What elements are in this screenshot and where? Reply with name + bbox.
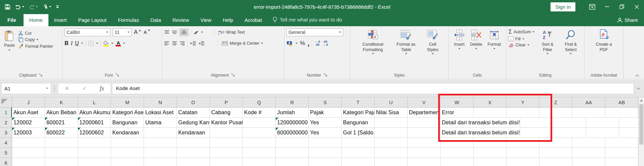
formula-input[interactable] (113, 83, 634, 94)
cell-Q3[interactable] (243, 128, 276, 138)
tab-view[interactable]: View (195, 14, 217, 26)
clipboard-dialog-launcher[interactable] (39, 73, 43, 77)
undo-button[interactable] (15, 4, 24, 9)
column-header-U[interactable]: U (375, 97, 408, 108)
font-color-button[interactable]: A (116, 41, 121, 46)
cell-J6[interactable] (12, 158, 45, 166)
merge-center-button[interactable]: Merge & Center (222, 41, 263, 46)
cell-K4[interactable] (45, 138, 78, 148)
cell-L1[interactable]: Akun Akumulasi (78, 108, 111, 118)
cut-button[interactable]: Cut (18, 31, 53, 36)
cell-S1[interactable]: Pajak (309, 108, 342, 118)
cell-T1[interactable]: Kategori Pajak (342, 108, 375, 118)
enter-entry-button[interactable]: ✓ (76, 85, 93, 92)
cell-N4[interactable] (144, 138, 177, 148)
cell-S3[interactable]: Yes (309, 128, 342, 138)
column-header-K[interactable]: K (45, 97, 78, 108)
cell-Q4[interactable] (243, 138, 276, 148)
create-pdf-button[interactable]: Create a PDF (592, 28, 616, 71)
cell-K1[interactable]: Akun Beban (45, 108, 78, 118)
cell-Z2[interactable] (586, 118, 619, 128)
column-header-X[interactable]: X (473, 97, 506, 108)
collapse-ribbon-button[interactable] (635, 74, 639, 77)
vertical-scrollbar[interactable] (638, 97, 644, 166)
cell-L2[interactable]: 12000601 (78, 118, 111, 128)
cell-V6[interactable] (408, 158, 441, 166)
row-header-5[interactable]: 5 (0, 148, 12, 158)
cell-Z3[interactable] (586, 128, 619, 138)
cell-R1[interactable]: Jumlah (276, 108, 309, 118)
cell-S2[interactable]: Yes (309, 118, 342, 128)
paste-button[interactable]: Paste (2, 28, 17, 71)
restore-button[interactable] (614, 0, 629, 13)
orientation-button[interactable] (193, 30, 199, 35)
column-header-S[interactable]: S (309, 97, 342, 108)
cell-R4[interactable] (276, 138, 309, 148)
cell-M3[interactable]: Kendaraan (111, 128, 144, 138)
column-header-P[interactable]: P (210, 97, 243, 108)
expand-formula-bar-button[interactable] (634, 87, 643, 90)
column-header-R[interactable]: R (276, 97, 309, 108)
alignment-dialog-launcher[interactable] (231, 73, 235, 77)
cell-AA5[interactable] (572, 148, 605, 158)
cell-N3[interactable] (144, 128, 177, 138)
cell-X5[interactable] (473, 148, 506, 158)
number-dialog-launcher[interactable] (324, 73, 328, 77)
cell-T3[interactable]: Gol 1 [Saldo (342, 128, 375, 138)
minimize-button[interactable] (600, 0, 614, 13)
cell-N5[interactable] (144, 148, 177, 158)
cell-X6[interactable] (473, 158, 506, 166)
column-header-L[interactable]: L (78, 97, 111, 108)
cell-U6[interactable] (375, 158, 408, 166)
cell-J1[interactable]: Akun Aset (12, 108, 45, 118)
wrap-text-button[interactable]: abc Wrap Text (218, 30, 245, 35)
conditional-formatting-button[interactable]: ≠ Conditional Formatting (355, 28, 390, 71)
number-format-combo[interactable]: General (287, 28, 343, 36)
cell-N1[interactable]: Lokasi Aset (144, 108, 177, 118)
percent-style-button[interactable]: % (300, 40, 305, 47)
fill-button[interactable]: ↓ Fill (508, 36, 534, 41)
cell-P1[interactable]: Cabang (210, 108, 243, 118)
cell-Y6[interactable] (506, 158, 539, 166)
column-header-M[interactable]: M (111, 97, 144, 108)
italic-button[interactable]: I (71, 40, 73, 46)
decrease-font-size-button[interactable]: A▼ (144, 30, 150, 35)
cell-M2[interactable]: Bangunan (111, 118, 144, 128)
row-header-1[interactable]: 1 (0, 108, 12, 118)
cell-Z4[interactable] (539, 138, 572, 148)
cell-Y5[interactable] (506, 148, 539, 158)
cell-M5[interactable] (111, 148, 144, 158)
cell-AA6[interactable] (572, 158, 605, 166)
cell-W5[interactable] (441, 148, 473, 158)
cell-R2[interactable]: 1200000000 (276, 118, 309, 128)
cell-AA2[interactable] (619, 118, 638, 128)
column-header-V[interactable]: V (408, 97, 441, 108)
cell-S6[interactable] (309, 158, 342, 166)
cell-P3[interactable] (210, 128, 243, 138)
clear-button[interactable]: Clear (508, 43, 534, 47)
cell-O4[interactable] (177, 138, 210, 148)
cell-K5[interactable] (45, 148, 78, 158)
ribbon-display-options-button[interactable] (585, 0, 600, 13)
save-button[interactable] (5, 4, 10, 10)
row-header-4[interactable]: 4 (0, 138, 12, 148)
cell-T6[interactable] (342, 158, 375, 166)
cell-U4[interactable] (375, 138, 408, 148)
select-all-button[interactable] (0, 97, 12, 108)
cell-Y2[interactable] (553, 118, 586, 128)
cell-W1[interactable]: Error (441, 108, 473, 118)
cell-V1[interactable]: Departemen (408, 108, 441, 118)
cell-V4[interactable] (408, 138, 441, 148)
cell-U3[interactable] (375, 128, 408, 138)
cell-V2[interactable] (408, 118, 441, 128)
sign-in-button[interactable]: Sign in (551, 2, 575, 11)
cell-Q6[interactable] (243, 158, 276, 166)
autosum-button[interactable]: Σ AutoSum (508, 29, 534, 35)
cell-K2[interactable]: 600021 (45, 118, 78, 128)
align-left-button[interactable] (164, 41, 169, 45)
accounting-format-button[interactable] (287, 41, 293, 46)
cell-X1[interactable] (473, 108, 506, 118)
cell-O1[interactable]: Catatan (177, 108, 210, 118)
tab-formulas[interactable]: Formulas (112, 14, 145, 26)
cell-Q1[interactable]: Kode # (243, 108, 276, 118)
